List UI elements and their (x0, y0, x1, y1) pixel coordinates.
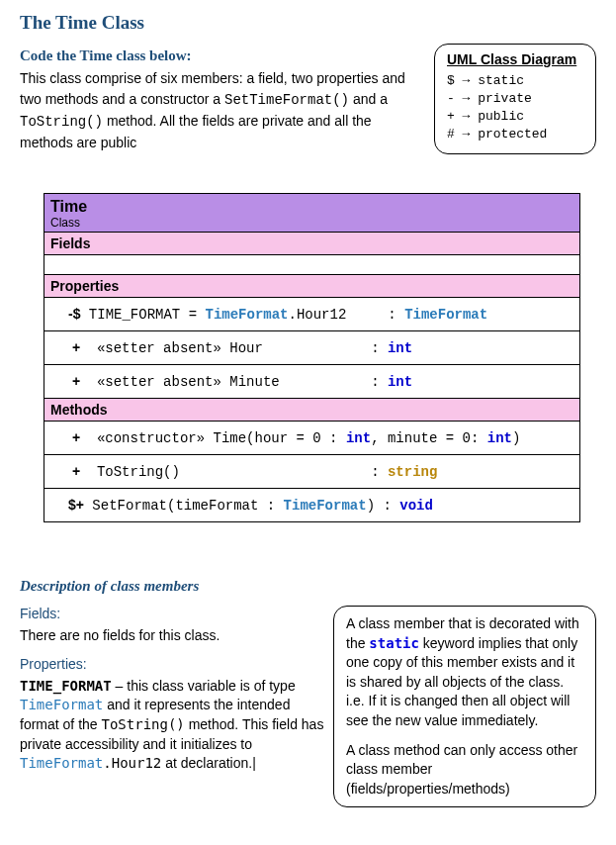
uml-fields-empty (44, 255, 580, 275)
desc-heading: Description of class members (20, 578, 596, 595)
code-tostring-inline: ToString() (101, 716, 184, 732)
code-settimeformat: SetTimeFormat() (224, 92, 349, 108)
intro-section: Code the Time class below: This class co… (20, 47, 596, 153)
uml-methods-header: Methods (44, 399, 580, 422)
legend-row-private: - → private (447, 90, 583, 108)
static-note-box: A class member that is decorated with th… (333, 606, 596, 807)
uml-method-tostring: + ToString() : string (44, 455, 580, 489)
keyword-static: static (369, 635, 419, 651)
uml-classlabel: Class (50, 216, 573, 230)
uml-method-setformat: $+ SetFormat(timeFormat : TimeFormat) : … (44, 489, 580, 522)
page-title: The Time Class (20, 12, 596, 34)
note-para-1: A class member that is decorated with th… (346, 614, 583, 731)
uml-prop-minute: + «setter absent» Minute : int (44, 365, 580, 399)
description-section: Description of class members Fields: The… (20, 578, 596, 774)
properties-label: Properties: (20, 655, 326, 675)
uml-properties-header: Properties (44, 275, 580, 298)
prop-name: TIME_FORMAT (20, 678, 112, 694)
fields-text: There are no fields for this class. (20, 626, 326, 646)
legend-title: UML Class Diagram (447, 50, 583, 70)
desc-left-column: Fields: There are no fields for this cla… (20, 605, 326, 774)
code-timeformat-type: TimeFormat (20, 697, 103, 712)
fields-label: Fields: (20, 605, 326, 624)
legend-row-public: + → public (447, 108, 583, 126)
text-cursor: | (252, 754, 256, 774)
prop-timeformat-desc: TIME_FORMAT – this class variable is of … (20, 677, 326, 774)
uml-classname: Time (50, 198, 573, 216)
code-timeformat-hour12: TimeFormat (20, 755, 103, 771)
uml-legend-box: UML Class Diagram $ → static - → private… (434, 44, 596, 154)
uml-method-constructor: + «constructor» Time(hour = 0 : int, min… (44, 422, 580, 455)
note-para-2: A class method can only access other cla… (346, 741, 583, 799)
legend-row-protected: # → protected (447, 126, 583, 143)
uml-diagram: Time Class Fields Properties -$ TIME_FOR… (44, 193, 580, 522)
code-tostring: ToString() (20, 114, 103, 130)
uml-fields-header: Fields (44, 233, 580, 255)
intro-text: This class comprise of six members: a fi… (20, 68, 415, 153)
uml-prop-hour: + «setter absent» Hour : int (44, 331, 580, 365)
legend-row-static: $ → static (447, 72, 583, 90)
uml-header: Time Class (44, 194, 580, 233)
uml-prop-timeformat: -$ TIME_FORMAT = TimeFormat.Hour12 : Tim… (44, 298, 580, 331)
